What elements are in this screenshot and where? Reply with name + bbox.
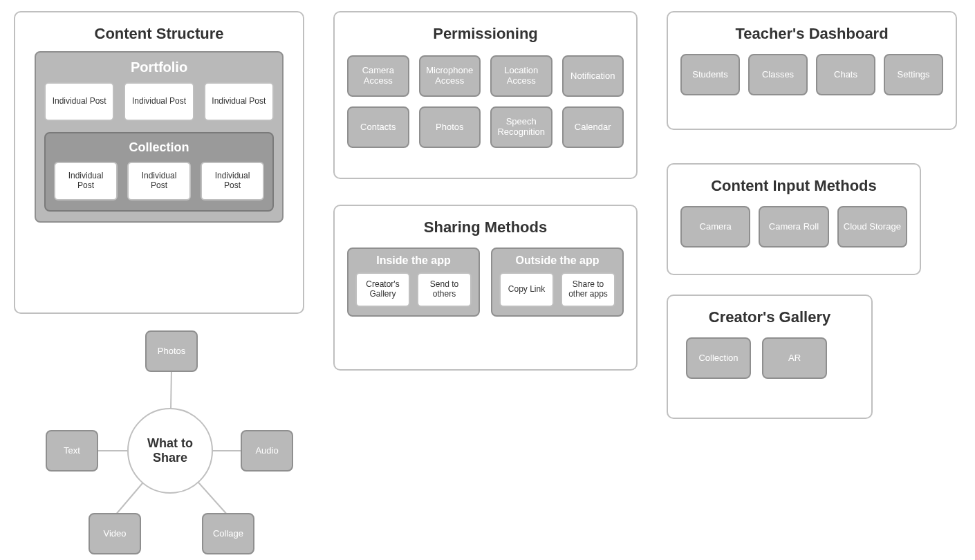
dashboard-chats: Chats: [816, 54, 875, 95]
sharing-inside-title: Inside the app: [355, 254, 472, 267]
permission-microphone-access: Microphone Access: [419, 55, 481, 97]
teachers-dashboard-panel: Teacher's Dashboard Students Classes Cha…: [667, 11, 957, 130]
teachers-dashboard-row: Students Classes Chats Settings: [678, 51, 946, 98]
input-camera-roll: Camera Roll: [759, 206, 828, 248]
content-structure-title: Content Structure: [25, 25, 293, 43]
individual-post: Individual Post: [204, 82, 274, 121]
creators-gallery-row: Collection AR: [678, 335, 862, 382]
share-node-audio: Audio: [241, 430, 293, 472]
gallery-collection: Collection: [686, 337, 751, 379]
sharing-methods-panel: Sharing Methods Inside the app Creator's…: [333, 205, 638, 371]
creators-gallery-panel: Creator's Gallery Collection AR: [667, 295, 873, 419]
content-input-panel: Content Input Methods Camera Camera Roll…: [667, 163, 921, 275]
dashboard-settings: Settings: [884, 54, 943, 95]
sharing-methods-title: Sharing Methods: [344, 218, 626, 236]
sharing-share-other-apps: Share to other apps: [561, 272, 615, 307]
permission-camera-access: Camera Access: [347, 55, 409, 97]
permission-contacts: Contacts: [347, 106, 409, 148]
content-structure-panel: Content Structure Portfolio Individual P…: [14, 11, 304, 314]
content-input-row: Camera Camera Roll Cloud Storage: [678, 203, 910, 250]
what-to-share-center: What to Share: [127, 408, 213, 494]
individual-post: Individual Post: [54, 162, 118, 200]
share-node-photos: Photos: [145, 330, 198, 372]
individual-post: Individual Post: [127, 162, 191, 200]
sharing-outside-group: Outside the app Copy Link Share to other…: [491, 248, 624, 317]
teachers-dashboard-title: Teacher's Dashboard: [678, 25, 946, 43]
dashboard-classes: Classes: [748, 54, 808, 95]
portfolio-title: Portfolio: [44, 59, 274, 75]
permission-notification: Notification: [562, 55, 624, 97]
what-to-share-map: What to Share Photos Text Audio Video Co…: [41, 328, 290, 553]
collection-box: Collection Individual Post Individual Po…: [44, 132, 274, 212]
input-cloud-storage: Cloud Storage: [837, 206, 907, 248]
creators-gallery-title: Creator's Gallery: [678, 308, 862, 326]
sharing-outside-row: Copy Link Share to other apps: [499, 272, 615, 307]
input-camera: Camera: [680, 206, 750, 248]
share-node-collage: Collage: [202, 513, 254, 554]
permissioning-title: Permissioning: [344, 25, 626, 43]
share-node-text: Text: [46, 430, 98, 472]
portfolio-posts-row: Individual Post Individual Post Individu…: [44, 82, 274, 121]
portfolio-box: Portfolio Individual Post Individual Pos…: [35, 51, 284, 223]
permissioning-panel: Permissioning Camera Access Microphone A…: [333, 11, 638, 179]
individual-post: Individual Post: [201, 162, 264, 200]
permission-photos: Photos: [419, 106, 481, 148]
sharing-inside-row: Creator's Gallery Send to others: [355, 272, 472, 307]
collection-title: Collection: [54, 140, 264, 155]
permission-calendar: Calendar: [562, 106, 624, 148]
permissioning-grid: Camera Access Microphone Access Location…: [344, 51, 626, 151]
share-node-video: Video: [89, 513, 141, 554]
collection-posts-row: Individual Post Individual Post Individu…: [54, 162, 264, 200]
sharing-copy-link: Copy Link: [499, 272, 554, 307]
sharing-send-to-others: Send to others: [417, 272, 472, 307]
gallery-ar: AR: [762, 337, 827, 379]
sharing-methods-row: Inside the app Creator's Gallery Send to…: [344, 245, 626, 319]
sharing-creators-gallery: Creator's Gallery: [355, 272, 410, 307]
individual-post: Individual Post: [44, 82, 114, 121]
individual-post: Individual Post: [124, 82, 194, 121]
sharing-outside-title: Outside the app: [499, 254, 615, 267]
dashboard-students: Students: [680, 54, 740, 95]
sharing-inside-group: Inside the app Creator's Gallery Send to…: [347, 248, 480, 317]
permission-speech-recognition: Speech Recognition: [490, 106, 552, 148]
permission-location-access: Location Access: [490, 55, 552, 97]
content-input-title: Content Input Methods: [678, 177, 910, 195]
